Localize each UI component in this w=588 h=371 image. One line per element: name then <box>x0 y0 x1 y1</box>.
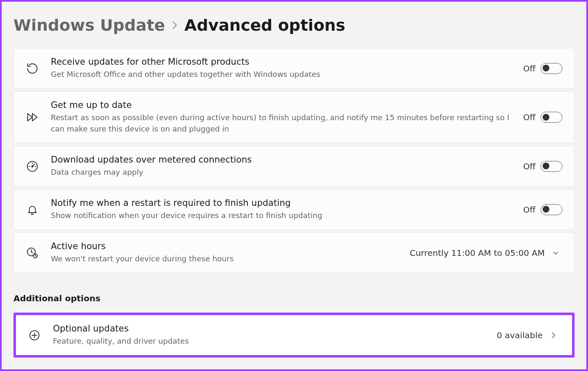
row-title: Active hours <box>51 241 398 251</box>
row-title: Download updates over metered connection… <box>51 155 511 165</box>
row-receive-updates: Receive updates for other Microsoft prod… <box>13 48 575 89</box>
clock-settings-icon <box>26 247 39 259</box>
section-heading-additional: Additional options <box>13 293 575 303</box>
row-active-hours[interactable]: Active hours We won't restart your devic… <box>13 232 575 273</box>
svg-point-3 <box>32 166 33 167</box>
chevron-right-icon <box>172 21 178 30</box>
row-description: Get Microsoft Office and other updates t… <box>51 68 511 80</box>
toggle-state-label: Off <box>523 161 536 171</box>
toggle-state-label: Off <box>523 63 536 74</box>
toggle-state-label: Off <box>523 112 536 122</box>
row-title: Optional updates <box>53 324 485 334</box>
row-optional-updates[interactable]: Optional updates Feature, quality, and d… <box>16 315 572 355</box>
toggle-metered[interactable] <box>541 161 562 172</box>
row-description: We won't restart your device during thes… <box>51 253 398 264</box>
optional-updates-count: 0 available <box>497 330 543 340</box>
row-title: Notify me when a restart is required to … <box>51 198 511 208</box>
breadcrumb: Windows Update Advanced options <box>13 16 575 34</box>
row-title: Receive updates for other Microsoft prod… <box>51 57 511 67</box>
active-hours-value: Currently 11:00 AM to 05:00 AM <box>410 248 545 258</box>
svg-marker-0 <box>28 113 32 121</box>
chevron-right-icon <box>549 331 560 339</box>
row-metered: Download updates over metered connection… <box>13 146 575 187</box>
gauge-icon <box>26 160 39 173</box>
row-description: Data charges may apply <box>51 166 511 178</box>
row-up-to-date: Get me up to date Restart as soon as pos… <box>13 91 575 143</box>
history-icon <box>26 62 39 75</box>
toggle-receive-updates[interactable] <box>541 63 562 74</box>
breadcrumb-parent[interactable]: Windows Update <box>13 16 165 34</box>
plus-circle-icon <box>28 329 41 341</box>
bell-icon <box>26 204 39 216</box>
row-description: Restart as soon as possible (even during… <box>51 112 511 134</box>
row-title: Get me up to date <box>51 100 511 110</box>
highlight-box: Optional updates Feature, quality, and d… <box>13 313 575 358</box>
toggle-state-label: Off <box>523 205 536 215</box>
row-description: Show notification when your device requi… <box>51 210 511 221</box>
toggle-up-to-date[interactable] <box>541 112 562 123</box>
breadcrumb-current: Advanced options <box>184 16 345 34</box>
row-notify-restart: Notify me when a restart is required to … <box>13 189 575 230</box>
fast-forward-icon <box>26 111 39 124</box>
row-description: Feature, quality, and driver updates <box>53 335 485 347</box>
svg-marker-1 <box>32 113 37 121</box>
chevron-down-icon <box>551 249 562 257</box>
toggle-notify-restart[interactable] <box>541 204 562 215</box>
